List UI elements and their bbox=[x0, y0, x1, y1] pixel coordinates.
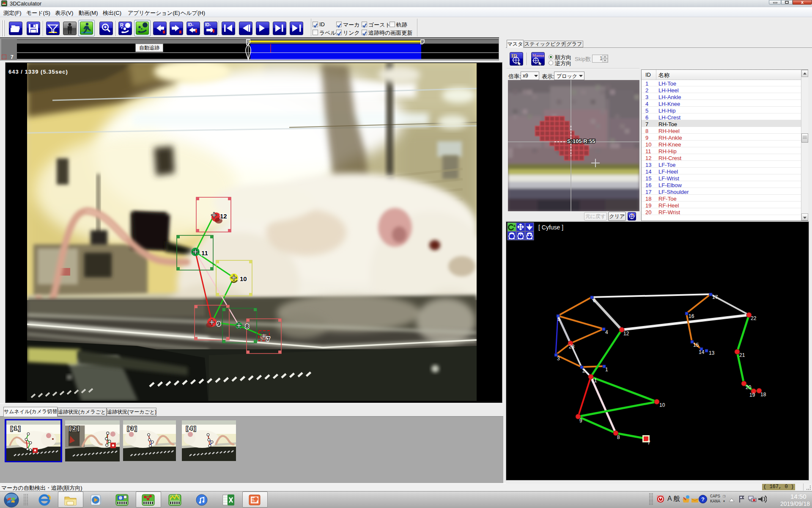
svg-text:Manual: Manual bbox=[532, 53, 544, 58]
svg-text:2: 2 bbox=[582, 368, 585, 374]
svg-text:18: 18 bbox=[760, 392, 766, 398]
svg-text:20: 20 bbox=[746, 384, 752, 390]
svg-text:21: 21 bbox=[739, 352, 745, 358]
svg-text:19: 19 bbox=[749, 392, 755, 398]
svg-text:11: 11 bbox=[592, 378, 597, 384]
svg-text:23: 23 bbox=[569, 344, 575, 350]
svg-text:[ 1 ]: [ 1 ] bbox=[11, 425, 20, 431]
svg-text:15: 15 bbox=[693, 342, 699, 348]
svg-text:ID-: ID- bbox=[205, 22, 211, 27]
svg-text:4: 4 bbox=[605, 329, 608, 335]
svg-text:7: 7 bbox=[647, 440, 650, 446]
svg-text:[ 2 ]: [ 2 ] bbox=[69, 425, 79, 431]
svg-text:22: 22 bbox=[751, 315, 757, 321]
svg-text:13: 13 bbox=[709, 350, 715, 356]
svg-text:17: 17 bbox=[712, 294, 718, 300]
svg-text:1: 1 bbox=[605, 367, 608, 373]
svg-text:R: R bbox=[120, 22, 123, 28]
svg-text:?: ? bbox=[701, 496, 705, 502]
svg-text:10: 10 bbox=[240, 275, 247, 282]
svg-text:7: 7 bbox=[266, 335, 270, 342]
svg-text:12: 12 bbox=[220, 213, 227, 220]
svg-text:9: 9 bbox=[579, 418, 582, 424]
svg-text:S:105 R:55: S:105 R:55 bbox=[567, 138, 595, 144]
svg-text:[ 3 ]: [ 3 ] bbox=[127, 425, 137, 431]
svg-text:6: 6 bbox=[593, 298, 596, 304]
svg-text:[ Cyfuse ]: [ Cyfuse ] bbox=[538, 224, 563, 231]
svg-text:9: 9 bbox=[217, 320, 220, 327]
svg-text:[ 4 ]: [ 4 ] bbox=[186, 425, 196, 431]
svg-text:11: 11 bbox=[201, 249, 208, 257]
svg-text:16: 16 bbox=[689, 313, 694, 319]
svg-text:3: 3 bbox=[557, 356, 560, 362]
svg-text:ID-: ID- bbox=[188, 22, 193, 27]
svg-text:8: 8 bbox=[245, 323, 249, 330]
svg-text:5: 5 bbox=[557, 316, 560, 322]
svg-text:14: 14 bbox=[699, 349, 705, 355]
svg-text:12: 12 bbox=[623, 331, 629, 337]
svg-text:8: 8 bbox=[617, 434, 620, 440]
svg-text:10: 10 bbox=[659, 402, 665, 408]
